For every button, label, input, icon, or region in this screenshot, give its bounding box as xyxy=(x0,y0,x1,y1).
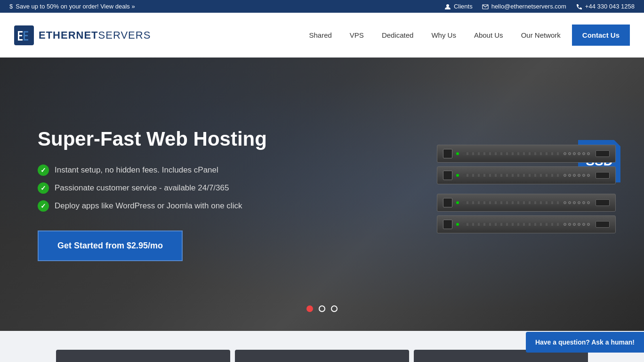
chat-bubble[interactable]: Have a question? Ask a human! xyxy=(526,332,644,353)
rack-unit-4 xyxy=(437,215,616,233)
pricing-card-vps: VPS Hosting $ 3 .95 xyxy=(235,350,409,362)
phone-icon xyxy=(576,3,582,10)
hero-cta-button[interactable]: Get Started from $2.95/mo xyxy=(38,230,183,261)
rack-ports-2 xyxy=(564,174,590,177)
feature-text-1: Instant setup, no hidden fees. Includes … xyxy=(55,165,218,175)
hero-content: Super-Fast Web Hosting ✓ Instant setup, … xyxy=(38,128,267,261)
nav-vps[interactable]: VPS xyxy=(343,27,370,43)
email-address: hello@ethernetservers.com xyxy=(491,3,566,10)
rack-bar-3 xyxy=(463,201,560,204)
hero-section: Super-Fast Web Hosting ✓ Instant setup, … xyxy=(0,58,644,331)
email-contact[interactable]: hello@ethernetservers.com xyxy=(482,3,566,10)
check-icon-1: ✓ xyxy=(38,165,49,176)
promo-text: Save up to 50% on your order! View deals… xyxy=(16,3,135,10)
rack-bar-2 xyxy=(463,174,560,177)
rack-bar xyxy=(463,152,560,155)
rack-led-4 xyxy=(456,223,459,226)
feature-text-2: Passionate customer service - available … xyxy=(55,183,229,193)
rack-unit-3 xyxy=(437,194,616,212)
clients-link[interactable]: Clients xyxy=(444,3,473,10)
server-image: 100 PERCENT SSD STORAGE xyxy=(437,131,616,258)
rack-spacer xyxy=(437,188,616,194)
feature-text-3: Deploy apps like WordPress or Joomla wit… xyxy=(55,201,242,211)
feature-3: ✓ Deploy apps like WordPress or Joomla w… xyxy=(38,200,267,212)
carousel-dot-3[interactable] xyxy=(331,305,338,312)
logo-text: ETHERNETSERVERS xyxy=(39,29,151,41)
rack-ports xyxy=(564,152,590,155)
phone-number: +44 330 043 1258 xyxy=(585,3,635,10)
nav-our-network[interactable]: Our Network xyxy=(515,27,567,43)
rack-ports-4 xyxy=(564,223,590,226)
rack-bar-4 xyxy=(463,223,560,226)
carousel-dots xyxy=(306,305,338,312)
server-rack: 100 PERCENT SSD STORAGE xyxy=(437,145,616,258)
pricing-card-shared: Shared Hosting $ 2 .95 xyxy=(56,350,230,362)
top-bar: $ Save up to 50% on your order! View dea… xyxy=(0,0,644,13)
check-icon-3: ✓ xyxy=(38,200,49,212)
rack-unit-2 xyxy=(437,166,616,184)
hero-features: ✓ Instant setup, no hidden fees. Include… xyxy=(38,165,267,212)
navbar: ETHERNETSERVERS Shared VPS Dedicated Why… xyxy=(0,13,644,58)
nav-dedicated[interactable]: Dedicated xyxy=(375,27,420,43)
rack-led-2 xyxy=(456,174,459,177)
dollar-icon: $ xyxy=(9,3,13,10)
nav-links: Shared VPS Dedicated Why Us About Us Our… xyxy=(302,25,630,46)
rack-unit-1 xyxy=(437,145,616,163)
phone-contact[interactable]: +44 330 043 1258 xyxy=(576,3,635,10)
check-icon-2: ✓ xyxy=(38,182,49,194)
rack-ports-3 xyxy=(564,201,590,204)
hero-headline: Super-Fast Web Hosting xyxy=(38,128,267,150)
nav-about-us[interactable]: About Us xyxy=(467,27,510,43)
clients-label: Clients xyxy=(454,3,473,10)
rack-led-3 xyxy=(456,201,459,204)
promo-message[interactable]: $ Save up to 50% on your order! View dea… xyxy=(9,3,135,10)
contact-us-button[interactable]: Contact Us xyxy=(572,25,630,46)
svg-point-0 xyxy=(446,4,449,7)
nav-why-us[interactable]: Why Us xyxy=(425,27,463,43)
feature-2: ✓ Passionate customer service - availabl… xyxy=(38,182,267,194)
logo-icon xyxy=(14,25,34,45)
nav-shared[interactable]: Shared xyxy=(302,27,338,43)
user-icon xyxy=(444,3,451,10)
carousel-dot-1[interactable] xyxy=(306,305,313,312)
top-bar-contacts: Clients hello@ethernetservers.com +44 33… xyxy=(444,3,635,10)
carousel-dot-2[interactable] xyxy=(319,305,325,312)
logo[interactable]: ETHERNETSERVERS xyxy=(14,25,151,45)
rack-led xyxy=(456,152,459,155)
email-icon xyxy=(482,3,489,10)
feature-1: ✓ Instant setup, no hidden fees. Include… xyxy=(38,165,267,176)
